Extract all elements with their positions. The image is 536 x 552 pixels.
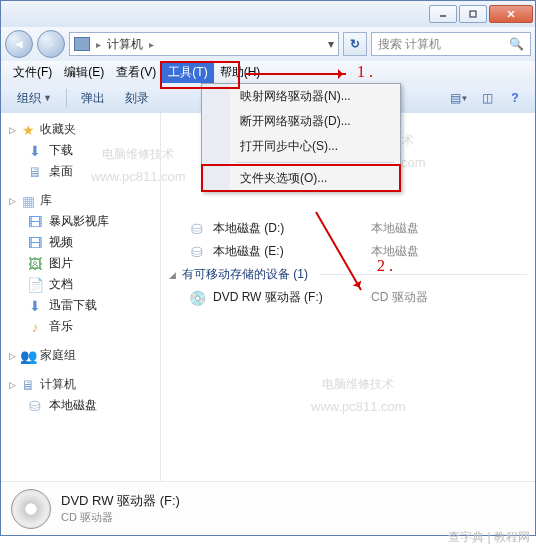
menu-view[interactable]: 查看(V) [110,62,162,83]
download-icon: ⬇ [27,143,43,159]
view-options-button[interactable]: ▤ ▼ [447,87,471,109]
menu-tools[interactable]: 工具(T) [162,62,213,83]
sidebar-item-downloads[interactable]: ⬇下载 [5,140,156,161]
collapse-icon: ▷ [9,125,16,135]
sidebar-item-label: 图片 [49,255,73,272]
sidebar-item-label: 本地磁盘 [49,397,97,414]
sidebar-item-label: 文档 [49,276,73,293]
help-button[interactable]: ? [503,87,527,109]
toolbar-separator [66,89,67,107]
sidebar-favorites-label: 收藏夹 [40,121,76,138]
homegroup-icon: 👥 [20,348,36,364]
sidebar-libraries-label: 库 [40,192,52,209]
drive-label: 本地磁盘 (D:) [213,220,363,237]
collapse-icon: ▷ [9,196,16,206]
sidebar-item-label: 迅雷下载 [49,297,97,314]
toolbar-eject[interactable]: 弹出 [73,87,113,110]
back-icon: ◄ [13,37,25,51]
back-button[interactable]: ◄ [5,30,33,58]
drive-row-e[interactable]: ⛁ 本地磁盘 (E:) 本地磁盘 [167,240,529,263]
close-button[interactable] [489,5,533,23]
details-subtitle: CD 驱动器 [61,510,180,525]
help-icon: ? [511,91,518,105]
forward-icon: ► [45,37,57,51]
collapse-icon: ▷ [9,380,16,390]
corner-watermark: 查字典 | 教程网 [448,529,530,546]
details-pane: DVD RW 驱动器 (F:) CD 驱动器 [1,481,535,535]
explorer-window: ◄ ► ▸ 计算机 ▸ ▾ ↻ 搜索 计算机 🔍 文件(F) 编辑(E) 查看(… [0,0,536,536]
search-icon: 🔍 [509,37,524,51]
menu-open-sync-center[interactable]: 打开同步中心(S)... [230,134,400,159]
menu-map-network-drive[interactable]: 映射网络驱动器(N)... [230,84,400,109]
menu-folder-options[interactable]: 文件夹选项(O)... [230,166,400,191]
cd-icon: 💿 [189,290,205,306]
download-icon: ⬇ [27,298,43,314]
sidebar-item-label: 音乐 [49,318,73,335]
titlebar [1,1,535,27]
drive-meta: CD 驱动器 [371,289,428,306]
music-icon: ♪ [27,319,43,335]
sidebar-homegroup-header[interactable]: ▷👥家庭组 [5,345,156,366]
refresh-button[interactable]: ↻ [343,32,367,56]
collapse-icon: ▷ [9,351,16,361]
sidebar-libraries-header[interactable]: ▷▦库 [5,190,156,211]
sidebar-item-label: 暴风影视库 [49,213,109,230]
removable-header-label: 有可移动存储的设备 (1) [182,266,308,283]
video-icon: 🎞 [27,235,43,251]
sidebar-homegroup-label: 家庭组 [40,347,76,364]
sidebar-item-xunlei[interactable]: ⬇迅雷下载 [5,295,156,316]
sidebar-item-music[interactable]: ♪音乐 [5,316,156,337]
maximize-button[interactable] [459,5,487,23]
toolbar-organize[interactable]: 组织 ▼ [9,87,60,110]
preview-icon: ◫ [482,91,493,105]
library-icon: ▦ [20,193,36,209]
search-box[interactable]: 搜索 计算机 🔍 [371,32,531,56]
tools-dropdown: 映射网络驱动器(N)... 断开网络驱动器(D)... 打开同步中心(S)...… [201,83,401,192]
search-placeholder: 搜索 计算机 [378,36,505,53]
menu-help[interactable]: 帮助(H) [214,62,267,83]
chevron-down-icon: ▼ [43,93,52,103]
drive-icon: ⛁ [27,398,43,414]
menu-edit[interactable]: 编辑(E) [58,62,110,83]
toolbar-burn[interactable]: 刻录 [117,87,157,110]
sidebar-item-documents[interactable]: 📄文档 [5,274,156,295]
drive-icon: ⛁ [189,221,205,237]
sidebar-item-local-disk[interactable]: ⛁本地磁盘 [5,395,156,416]
details-title: DVD RW 驱动器 (F:) [61,492,180,510]
nav-row: ◄ ► ▸ 计算机 ▸ ▾ ↻ 搜索 计算机 🔍 [1,27,535,61]
annotation-arrow-1 [246,73,346,75]
drive-meta: 本地磁盘 [371,220,419,237]
minimize-button[interactable] [429,5,457,23]
breadcrumb-arrow-2[interactable]: ▸ [149,39,154,50]
annotation-number-1: 1 . [357,63,373,81]
sidebar-item-label: 下载 [49,142,73,159]
breadcrumb-computer[interactable]: 计算机 [107,36,143,53]
address-dropdown-icon[interactable]: ▾ [328,37,334,51]
film-icon: 🎞 [27,214,43,230]
menu-disconnect-network-drive[interactable]: 断开网络驱动器(D)... [230,109,400,134]
computer-icon [74,37,90,51]
sidebar-favorites-header[interactable]: ▷★收藏夹 [5,119,156,140]
address-bar[interactable]: ▸ 计算机 ▸ ▾ [69,32,339,56]
drive-row-d[interactable]: ⛁ 本地磁盘 (D:) 本地磁盘 [167,217,529,240]
sidebar-item-baofeng[interactable]: 🎞暴风影视库 [5,211,156,232]
drive-row-dvd[interactable]: 💿 DVD RW 驱动器 (F:) CD 驱动器 [167,286,529,309]
svg-rect-1 [470,11,476,17]
drive-icon: ⛁ [189,244,205,260]
preview-pane-button[interactable]: ◫ [475,87,499,109]
sidebar-computer-header[interactable]: ▷🖥计算机 [5,374,156,395]
view-icon: ▤ [450,91,461,105]
refresh-icon: ↻ [350,37,360,51]
menubar: 文件(F) 编辑(E) 查看(V) 工具(T) 帮助(H) [1,61,535,83]
forward-button[interactable]: ► [37,30,65,58]
sidebar-item-videos[interactable]: 🎞视频 [5,232,156,253]
computer-icon: 🖥 [20,377,36,393]
desktop-icon: 🖥 [27,164,43,180]
collapse-icon: ◢ [169,270,176,280]
menu-file[interactable]: 文件(F) [7,62,58,83]
sidebar-item-label: 视频 [49,234,73,251]
sidebar-item-pictures[interactable]: 🖼图片 [5,253,156,274]
document-icon: 📄 [27,277,43,293]
drive-label: DVD RW 驱动器 (F:) [213,289,363,306]
sidebar-item-desktop[interactable]: 🖥桌面 [5,161,156,182]
